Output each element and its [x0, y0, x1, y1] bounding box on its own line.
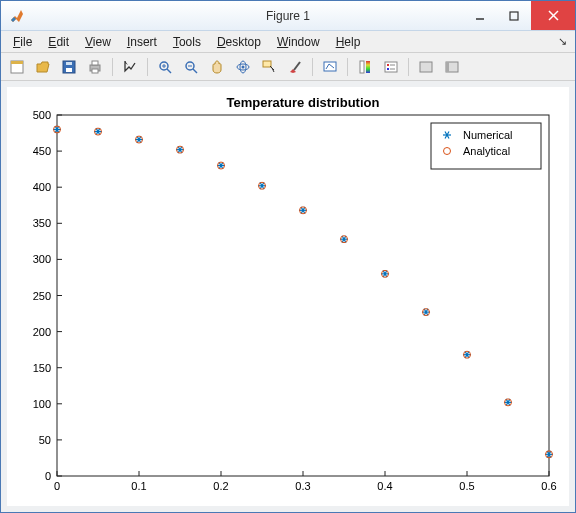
plot-container: Temperature distribution00.10.20.30.40.5… [7, 87, 569, 506]
open-button[interactable] [31, 56, 55, 78]
data-cursor-button[interactable] [257, 56, 281, 78]
toolbar [1, 53, 575, 81]
toolbar-separator [112, 58, 113, 76]
toolbar-separator [347, 58, 348, 76]
menu-help[interactable]: Help [330, 33, 367, 51]
maximize-button[interactable] [497, 1, 531, 30]
svg-line-13 [167, 69, 171, 73]
svg-rect-5 [11, 61, 23, 64]
new-figure-icon [9, 59, 25, 75]
svg-line-25 [294, 62, 300, 70]
insert-legend-button[interactable] [379, 56, 403, 78]
y-tick-label: 400 [33, 181, 51, 193]
svg-rect-32 [387, 64, 389, 66]
brush-icon [287, 59, 303, 75]
y-tick-label: 150 [33, 362, 51, 374]
y-tick-label: 450 [33, 145, 51, 157]
x-tick-label: 0.4 [377, 480, 392, 492]
x-tick-label: 0.6 [541, 480, 556, 492]
matlab-icon [9, 8, 25, 24]
menu-desktop[interactable]: Desktop [211, 33, 267, 51]
print-icon [87, 59, 103, 75]
show-tools-button[interactable] [440, 56, 464, 78]
svg-point-21 [242, 65, 245, 68]
y-tick-label: 100 [33, 398, 51, 410]
svg-rect-26 [324, 62, 336, 71]
svg-rect-11 [92, 69, 98, 73]
titlebar: Figure 1 [1, 1, 575, 31]
y-tick-label: 250 [33, 290, 51, 302]
pan-button[interactable] [205, 56, 229, 78]
close-button[interactable] [531, 1, 575, 30]
legend-label: Numerical [463, 129, 513, 141]
menu-window[interactable]: Window [271, 33, 326, 51]
window-buttons [463, 1, 575, 30]
rotate-3d-button[interactable] [231, 56, 255, 78]
zoom-out-button[interactable] [179, 56, 203, 78]
svg-rect-7 [66, 68, 72, 72]
toolbar-separator [147, 58, 148, 76]
brush-button[interactable] [283, 56, 307, 78]
y-tick-label: 300 [33, 253, 51, 265]
insert-colorbar-icon [357, 59, 373, 75]
open-icon [35, 59, 51, 75]
svg-line-17 [193, 69, 197, 73]
svg-rect-8 [66, 62, 72, 65]
save-icon [61, 59, 77, 75]
y-tick-label: 0 [45, 470, 51, 482]
zoom-in-icon [157, 59, 173, 75]
insert-legend-icon [383, 59, 399, 75]
x-tick-label: 0.1 [131, 480, 146, 492]
svg-rect-10 [92, 61, 98, 65]
zoom-out-icon [183, 59, 199, 75]
x-tick-label: 0.2 [213, 480, 228, 492]
x-tick-label: 0.5 [459, 480, 474, 492]
x-tick-label: 0 [54, 480, 60, 492]
svg-rect-22 [263, 61, 271, 67]
hide-tools-icon [418, 59, 434, 75]
svg-rect-29 [360, 61, 364, 73]
y-tick-label: 350 [33, 217, 51, 229]
edit-plot-button[interactable] [118, 56, 142, 78]
pan-icon [209, 59, 225, 75]
zoom-in-button[interactable] [153, 56, 177, 78]
y-tick-label: 200 [33, 326, 51, 338]
edit-plot-icon [122, 59, 138, 75]
print-button[interactable] [83, 56, 107, 78]
data-cursor-icon [261, 59, 277, 75]
new-figure-button[interactable] [5, 56, 29, 78]
x-tick-label: 0.3 [295, 480, 310, 492]
toolbar-separator [312, 58, 313, 76]
menu-edit[interactable]: Edit [42, 33, 75, 51]
y-tick-label: 50 [39, 434, 51, 446]
svg-rect-30 [366, 61, 370, 73]
link-plot-icon [322, 59, 338, 75]
menubar: FileEditViewInsertToolsDesktopWindowHelp… [1, 31, 575, 53]
y-tick-label: 500 [33, 109, 51, 121]
svg-rect-36 [420, 62, 432, 72]
rotate-3d-icon [235, 59, 251, 75]
dock-icon[interactable]: ↘ [558, 35, 569, 48]
menu-view[interactable]: View [79, 33, 117, 51]
link-plot-button[interactable] [318, 56, 342, 78]
chart: Temperature distribution00.10.20.30.40.5… [7, 87, 569, 506]
menu-tools[interactable]: Tools [167, 33, 207, 51]
legend-label: Analytical [463, 145, 510, 157]
svg-rect-38 [446, 62, 449, 72]
svg-rect-1 [510, 12, 518, 20]
svg-rect-33 [387, 68, 389, 70]
chart-title: Temperature distribution [227, 95, 380, 110]
show-tools-icon [444, 59, 460, 75]
figure-area: Temperature distribution00.10.20.30.40.5… [1, 81, 575, 512]
svg-rect-31 [385, 62, 397, 72]
save-button[interactable] [57, 56, 81, 78]
toolbar-separator [408, 58, 409, 76]
hide-tools-button[interactable] [414, 56, 438, 78]
menu-file[interactable]: File [7, 33, 38, 51]
insert-colorbar-button[interactable] [353, 56, 377, 78]
minimize-button[interactable] [463, 1, 497, 30]
menu-insert[interactable]: Insert [121, 33, 163, 51]
